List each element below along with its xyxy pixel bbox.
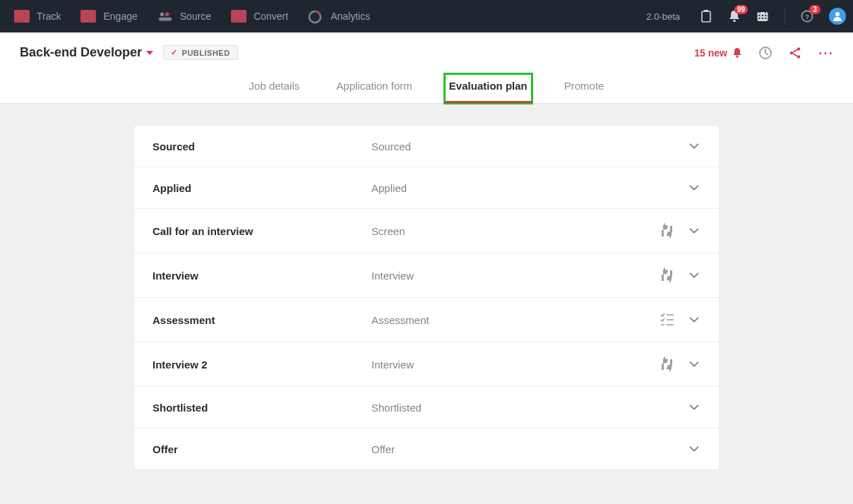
stage-actions	[651, 268, 700, 283]
stage-name: Shortlisted	[153, 402, 371, 414]
new-notifications[interactable]: 15 new	[694, 47, 743, 59]
clipboard-icon[interactable]	[700, 10, 712, 23]
convert-icon	[231, 10, 246, 23]
status-text: PUBLISHED	[182, 49, 230, 57]
bell-icon	[732, 47, 743, 59]
svg-point-19	[736, 55, 738, 57]
stage-name: Applied	[153, 182, 371, 194]
nav-label: Convert	[253, 11, 288, 22]
chevron-down-icon	[688, 269, 700, 282]
calendar-icon[interactable]	[756, 10, 769, 23]
svg-point-23	[797, 55, 800, 58]
help-icon[interactable]: ? 3	[801, 10, 813, 23]
share-icon[interactable]	[788, 46, 802, 60]
svg-point-22	[790, 51, 793, 54]
stage-row[interactable]: InterviewInterview	[134, 253, 719, 298]
stage-type: Assessment	[371, 314, 651, 326]
chevron-down-icon	[688, 140, 700, 152]
tab-application-form[interactable]: Application form	[332, 74, 417, 103]
stage-row[interactable]: AppliedApplied	[134, 167, 719, 209]
stage-row[interactable]: AssessmentAssessment	[134, 298, 719, 342]
svg-point-21	[797, 47, 800, 50]
job-title-area: Back-end Developer ✓ PUBLISHED	[20, 45, 238, 60]
top-nav-bar: Track Engage Source Convert Analytics 2.…	[0, 0, 853, 32]
stage-row[interactable]: OfferOffer	[134, 428, 719, 469]
job-header: Back-end Developer ✓ PUBLISHED 15 new ⋯ …	[0, 32, 853, 104]
stage-type: Screen	[371, 225, 651, 237]
tab-promote[interactable]: Promote	[560, 74, 609, 103]
stage-name: Offer	[153, 443, 371, 455]
svg-point-6	[733, 20, 736, 23]
stage-row[interactable]: Call for an interviewScreen	[134, 209, 719, 253]
chevron-down-icon	[688, 443, 700, 455]
svg-rect-2	[159, 18, 172, 21]
stage-name: Interview 2	[153, 359, 371, 371]
svg-point-18	[835, 12, 840, 16]
notifications-badge: 99	[734, 5, 748, 14]
engage-icon	[80, 10, 96, 23]
tab-evaluation-plan[interactable]: Evaluation plan	[445, 74, 532, 103]
chevron-down-icon	[688, 358, 700, 371]
stage-type: Offer	[371, 443, 651, 455]
track-icon	[14, 10, 30, 23]
svg-rect-14	[762, 18, 763, 19]
stage-row[interactable]: ShortlistedShortlisted	[134, 387, 719, 428]
stage-type: Applied	[371, 182, 651, 194]
nav-label: Analytics	[330, 11, 370, 22]
tab-job-details[interactable]: Job details	[245, 74, 304, 103]
help-badge: 3	[809, 5, 821, 14]
checklist-icon	[660, 312, 675, 328]
svg-rect-15	[765, 18, 767, 19]
stage-actions	[651, 181, 700, 194]
stage-name: Sourced	[153, 140, 371, 152]
user-avatar[interactable]	[829, 8, 846, 25]
svg-point-0	[160, 13, 164, 17]
nav-track[interactable]: Track	[14, 10, 61, 23]
new-count-text: 15 new	[694, 47, 727, 59]
stage-actions	[651, 140, 700, 152]
stage-name: Assessment	[153, 314, 371, 326]
chevron-down-icon	[146, 51, 153, 55]
thumbs-icon	[660, 268, 675, 283]
version-label: 2.0-beta	[646, 11, 680, 22]
stages-panel: SourcedSourcedAppliedAppliedCall for an …	[133, 125, 720, 470]
chevron-down-icon	[688, 181, 700, 194]
chevron-down-icon	[688, 401, 700, 414]
stage-type: Interview	[371, 359, 651, 371]
svg-rect-10	[759, 15, 760, 16]
analytics-icon	[308, 10, 323, 23]
job-title-text: Back-end Developer	[20, 45, 142, 60]
svg-rect-7	[758, 12, 768, 21]
chevron-down-icon	[688, 224, 700, 237]
stage-row[interactable]: Interview 2Interview	[134, 342, 719, 387]
notifications-icon[interactable]: 99	[728, 10, 741, 23]
separator	[785, 8, 785, 25]
history-icon[interactable]	[758, 46, 773, 60]
nav-label: Engage	[103, 11, 137, 22]
check-icon: ✓	[171, 48, 178, 57]
job-title-dropdown[interactable]: Back-end Developer	[20, 45, 153, 60]
nav-source[interactable]: Source	[157, 10, 211, 23]
nav-analytics[interactable]: Analytics	[308, 10, 370, 23]
nav-label: Source	[180, 11, 211, 22]
stage-actions	[651, 443, 700, 455]
svg-rect-9	[765, 11, 766, 13]
nav-label: Track	[37, 11, 61, 22]
main-nav: Track Engage Source Convert Analytics	[7, 10, 370, 23]
stage-actions	[651, 356, 700, 372]
nav-convert[interactable]: Convert	[231, 10, 288, 23]
stage-type: Sourced	[371, 140, 651, 152]
svg-rect-4	[702, 11, 710, 22]
thumbs-icon	[660, 223, 675, 239]
nav-engage[interactable]: Engage	[80, 10, 137, 23]
stage-name: Call for an interview	[153, 225, 371, 237]
svg-rect-11	[762, 15, 763, 16]
svg-rect-5	[704, 10, 708, 12]
top-right-tools: 2.0-beta 99 ? 3	[646, 8, 846, 25]
stage-type: Shortlisted	[371, 402, 651, 414]
stage-row[interactable]: SourcedSourced	[134, 126, 719, 167]
svg-text:?: ?	[805, 13, 809, 20]
stage-type: Interview	[371, 270, 651, 282]
stage-actions	[651, 312, 700, 328]
tabs: Job details Application form Evaluation …	[0, 64, 853, 103]
